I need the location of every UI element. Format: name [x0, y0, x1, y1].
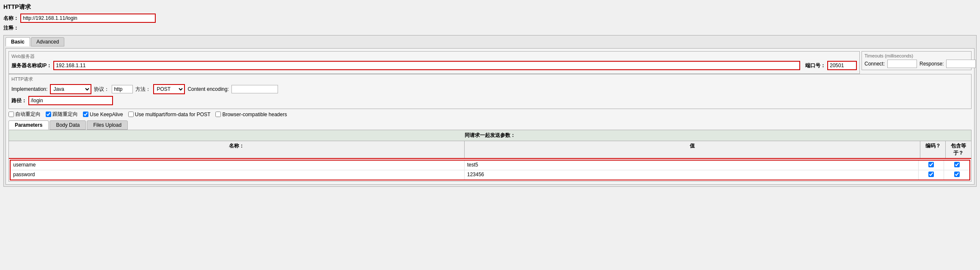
connect-label: Connect:: [864, 61, 885, 67]
keepalive-label: Use KeepAlive: [90, 112, 123, 117]
inner-tab-bar: Parameters Body Data Files Upload: [8, 120, 972, 130]
col-encode-header: 编码？: [920, 141, 946, 158]
page-title: HTTP请求: [3, 3, 977, 11]
timeout-row: Connect: Response:: [864, 60, 969, 68]
params-data-rows: username test5 password 123456: [10, 160, 970, 180]
params-col-header: 名称： 值 编码？ 包含等于？: [9, 141, 971, 159]
protocol-label: 协议：: [94, 86, 109, 93]
row2-name: password: [11, 170, 465, 180]
webserver-title: Web服务器: [11, 53, 857, 60]
http-req-impl-row: Implementation: Java HttpClient4 HttpCli…: [11, 84, 969, 94]
col-name-header: 名称：: [9, 141, 465, 158]
timeout-box: Timeouts (milliseconds) Connect: Respons…: [862, 51, 972, 70]
webserver-timeout-row: Web服务器 服务器名称或IP： 端口号： Timeouts (millisec…: [8, 51, 972, 74]
row1-value: test5: [465, 161, 919, 170]
table-row: username test5: [11, 161, 969, 170]
page-container: HTTP请求 名称： 注释： Basic Advanced Web服务器 服务器…: [0, 0, 980, 190]
server-label: 服务器名称或IP：: [11, 62, 52, 69]
inner-tab-body-data[interactable]: Body Data: [50, 120, 86, 130]
content-encoding-input[interactable]: [231, 85, 278, 93]
path-input[interactable]: [28, 96, 113, 105]
browser-headers-label: Browser-compatible headers: [222, 112, 287, 117]
server-input[interactable]: [53, 61, 800, 70]
name-label: 名称：: [3, 15, 19, 22]
col-include-header: 包含等于？: [946, 141, 971, 158]
multipart-label: Use multipart/form-data for POST: [135, 112, 211, 117]
tab-basic[interactable]: Basic: [6, 37, 30, 46]
row2-encode: [919, 170, 944, 180]
main-tabs-container: Basic Advanced Web服务器 服务器名称或IP： 端口号： Tim…: [3, 35, 977, 187]
server-row: 服务器名称或IP： 端口号：: [11, 61, 857, 70]
col-value-header: 值: [465, 141, 920, 158]
table-row: password 123456: [11, 170, 969, 180]
timeout-title: Timeouts (milliseconds): [864, 53, 969, 58]
protocol-input[interactable]: [112, 85, 133, 93]
params-table-container: 同请求一起发送参数： 名称： 值 编码？ 包含等于？ username test…: [8, 130, 972, 182]
path-label: 路径：: [11, 97, 27, 104]
method-select[interactable]: GET POST PUT DELETE: [153, 84, 185, 94]
content-encoding-label: Content encoding:: [187, 86, 228, 92]
response-input[interactable]: [946, 60, 976, 68]
http-request-section: HTTP请求 Implementation: Java HttpClient4 …: [8, 74, 972, 109]
tab-content-basic: Web服务器 服务器名称或IP： 端口号： Timeouts (millisec…: [6, 48, 974, 185]
main-tab-bar: Basic Advanced: [6, 37, 974, 46]
port-input[interactable]: [827, 61, 857, 70]
keepalive-checkbox[interactable]: Use KeepAlive: [83, 112, 123, 117]
inner-tab-files-upload[interactable]: Files Upload: [87, 120, 128, 130]
name-input[interactable]: [20, 14, 156, 23]
comment-label: 注释：: [3, 25, 19, 32]
multipart-checkbox[interactable]: Use multipart/form-data for POST: [128, 112, 211, 117]
row1-include: [944, 161, 969, 170]
http-request-title: HTTP请求: [11, 76, 969, 82]
webserver-box: Web服务器 服务器名称或IP： 端口号：: [8, 51, 860, 74]
follow-redirect-label: 跟随重定向: [52, 111, 78, 118]
impl-select[interactable]: Java HttpClient4 HttpClient3.1: [50, 84, 91, 94]
row2-value: 123456: [465, 170, 919, 180]
comment-row: 注释：: [3, 25, 977, 33]
checkbox-row: 自动重定向 跟随重定向 Use KeepAlive Use multipart/…: [8, 111, 972, 118]
browser-headers-checkbox[interactable]: Browser-compatible headers: [215, 112, 287, 117]
port-label: 端口号：: [805, 62, 826, 69]
row1-name: username: [11, 161, 465, 170]
auto-redirect-checkbox[interactable]: 自动重定向: [8, 111, 41, 118]
method-label: 方法：: [135, 86, 151, 93]
name-row: 名称：: [3, 14, 977, 23]
follow-redirect-checkbox[interactable]: 跟随重定向: [46, 111, 78, 118]
auto-redirect-label: 自动重定向: [15, 111, 41, 118]
row2-include: [944, 170, 969, 180]
response-label: Response:: [919, 61, 944, 67]
impl-label: Implementation:: [11, 86, 47, 92]
params-header: 同请求一起发送参数：: [9, 130, 971, 141]
inner-tabs-container: Parameters Body Data Files Upload 同请求一起发…: [8, 120, 972, 182]
tab-advanced[interactable]: Advanced: [31, 37, 64, 46]
connect-input[interactable]: [887, 60, 917, 68]
path-row: 路径：: [11, 96, 969, 105]
row1-encode: [919, 161, 944, 170]
inner-tab-parameters[interactable]: Parameters: [8, 120, 49, 130]
